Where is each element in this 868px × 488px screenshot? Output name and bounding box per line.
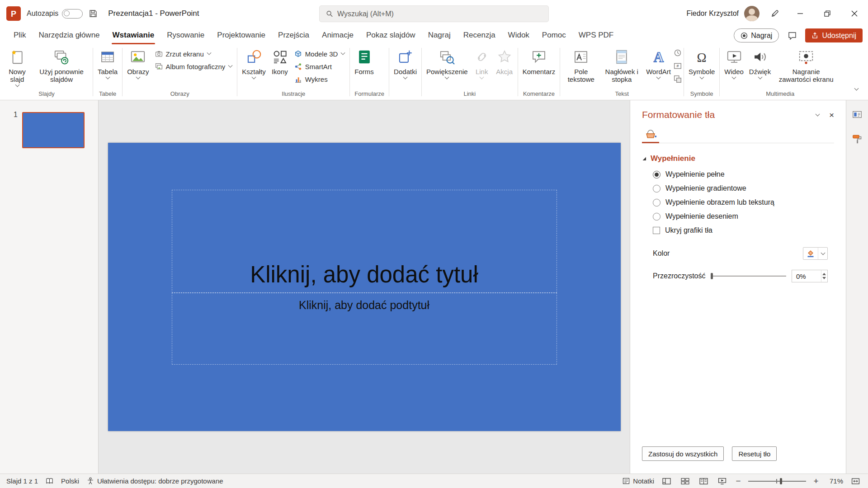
- icons-button[interactable]: Ikony: [269, 46, 291, 76]
- slide-counter[interactable]: Slajd 1 z 1: [6, 477, 38, 485]
- screen-recording-button[interactable]: Nagranie zawartości ekranu: [774, 46, 839, 84]
- option-solid-fill[interactable]: Wypełnienie pełne: [653, 170, 834, 178]
- date-time-button[interactable]: [674, 49, 682, 59]
- record-button[interactable]: Nagraj: [734, 28, 779, 42]
- share-button[interactable]: Udostępnij: [805, 28, 863, 42]
- option-picture-fill[interactable]: Wypełnienie obrazem lub teksturą: [653, 198, 834, 206]
- close-button[interactable]: [841, 0, 868, 27]
- slider-handle[interactable]: [711, 273, 713, 279]
- option-hide-background[interactable]: Ukryj grafiki tła: [653, 226, 834, 235]
- tab-nagraj[interactable]: Nagraj: [422, 31, 457, 44]
- zoom-out-button[interactable]: −: [734, 476, 742, 486]
- new-comment-button[interactable]: Komentarz: [520, 46, 558, 76]
- text-box-button[interactable]: Pole tekstowe: [562, 46, 600, 84]
- autosave-label: Autozapis: [27, 9, 58, 18]
- option-pattern-fill[interactable]: Wypełnienie deseniem: [653, 212, 834, 221]
- header-footer-button[interactable]: Nagłówek i stopka: [600, 46, 643, 84]
- fit-slide-button[interactable]: [849, 476, 862, 487]
- transparency-slider[interactable]: [711, 272, 786, 281]
- notes-icon: [623, 478, 630, 484]
- search-input[interactable]: [337, 10, 542, 18]
- slideshow-view-button[interactable]: [716, 476, 728, 487]
- save-icon[interactable]: [89, 9, 98, 18]
- zoom-slider-handle[interactable]: [780, 478, 782, 484]
- screenshot-button[interactable]: Zrzut ekranu: [152, 49, 236, 59]
- accessibility-button[interactable]: Ułatwienia dostępu: dobrze przygotowane: [87, 477, 223, 485]
- fill-color-dropdown[interactable]: [818, 248, 827, 259]
- normal-view-button[interactable]: [660, 476, 673, 487]
- symbols-button[interactable]: Ω Symbole: [686, 46, 717, 80]
- autosave-toggle[interactable]: [62, 9, 83, 19]
- zoom-in-button[interactable]: +: [812, 476, 820, 486]
- user-avatar[interactable]: [744, 6, 760, 21]
- tab-narzedzia-glowne[interactable]: Narzędzia główne: [32, 31, 106, 44]
- wordart-button[interactable]: A WordArt: [643, 46, 674, 80]
- tab-przejscia[interactable]: Przejścia: [272, 31, 316, 44]
- header-footer-icon: [613, 47, 630, 66]
- designer-pane-button[interactable]: [850, 108, 864, 122]
- reading-view-button[interactable]: [697, 476, 710, 487]
- format-background-pane-button[interactable]: [850, 132, 864, 146]
- record-label: Nagraj: [751, 32, 772, 40]
- designer-icon: [852, 110, 862, 119]
- tab-pokaz-slajdow[interactable]: Pokaz slajdów: [360, 31, 422, 44]
- subtitle-placeholder[interactable]: Kliknij, aby dodać podtytuł: [172, 293, 557, 365]
- minimize-button[interactable]: [787, 0, 814, 27]
- slide-sorter-view-button[interactable]: [679, 476, 691, 487]
- spinner-up-icon[interactable]: [822, 273, 826, 275]
- table-button[interactable]: Tabela: [95, 46, 120, 80]
- title-placeholder[interactable]: Kliknij, aby dodać tytuł: [172, 190, 557, 293]
- tab-wps-pdf[interactable]: WPS PDF: [572, 31, 620, 44]
- proofing-button[interactable]: [46, 477, 53, 485]
- slide-thumbnail[interactable]: [22, 112, 85, 148]
- zoom-level[interactable]: 71%: [826, 477, 843, 485]
- forms-icon: [356, 47, 373, 66]
- chart-button[interactable]: Wykres: [291, 74, 348, 84]
- tab-widok[interactable]: Widok: [502, 31, 536, 44]
- reuse-slides-button[interactable]: Użyj ponownie slajdów: [32, 46, 91, 84]
- link-icon: [473, 47, 491, 66]
- inking-button[interactable]: [766, 5, 784, 23]
- fill-color-button[interactable]: [803, 247, 828, 260]
- fill-color-icon: [803, 248, 818, 259]
- notes-button[interactable]: Notatki: [623, 477, 654, 485]
- 3d-models-button[interactable]: Modele 3D: [291, 49, 348, 59]
- pane-options-chevron-icon[interactable]: [815, 112, 820, 116]
- spinner-down-icon[interactable]: [822, 277, 826, 279]
- reset-background-button[interactable]: Resetuj tło: [732, 446, 777, 461]
- apply-to-all-button[interactable]: Zastosuj do wszystkich: [642, 446, 724, 461]
- pane-close-button[interactable]: ×: [829, 111, 834, 119]
- transparency-input[interactable]: [792, 270, 821, 282]
- fill-tab[interactable]: [642, 126, 659, 143]
- option-gradient-fill[interactable]: Wypełnienie gradientowe: [653, 184, 834, 192]
- slide-counter-label: Slajd 1 z 1: [6, 477, 38, 485]
- shapes-button[interactable]: Kształty: [239, 46, 269, 80]
- tab-recenzja[interactable]: Recenzja: [457, 31, 502, 44]
- video-button[interactable]: Wideo: [722, 46, 746, 80]
- slide-number-button[interactable]: #: [674, 62, 682, 72]
- forms-button[interactable]: Forms: [352, 46, 377, 76]
- chart-icon: [294, 75, 302, 83]
- collapse-ribbon-button[interactable]: [852, 88, 861, 95]
- pictures-button[interactable]: Obrazy: [124, 46, 151, 80]
- fill-section-header[interactable]: Wypełnienie: [642, 154, 834, 163]
- audio-button[interactable]: Dźwięk: [746, 46, 774, 80]
- restore-button[interactable]: [814, 0, 841, 27]
- comments-button[interactable]: [784, 28, 800, 42]
- photo-album-button[interactable]: Album fotograficzny: [152, 61, 236, 72]
- tab-rysowanie[interactable]: Rysowanie: [160, 31, 211, 44]
- new-slide-button[interactable]: Nowy slajd: [2, 46, 32, 87]
- zoom-slider[interactable]: [748, 477, 806, 485]
- tab-projektowanie[interactable]: Projektowanie: [211, 31, 272, 44]
- object-button[interactable]: [674, 75, 682, 85]
- slide[interactable]: Kliknij, aby dodać tytuł Kliknij, aby do…: [108, 143, 621, 431]
- zoom-link-button[interactable]: Powiększenie: [424, 46, 471, 80]
- language-button[interactable]: Polski: [61, 477, 79, 485]
- search-box[interactable]: [319, 5, 549, 22]
- tab-animacje[interactable]: Animacje: [316, 31, 360, 44]
- smartart-button[interactable]: SmartArt: [291, 61, 348, 72]
- tab-plik[interactable]: Plik: [7, 31, 32, 44]
- add-ins-button[interactable]: Dodatki: [391, 46, 420, 80]
- tab-wstawianie[interactable]: Wstawianie: [106, 31, 161, 44]
- tab-pomoc[interactable]: Pomoc: [536, 31, 572, 44]
